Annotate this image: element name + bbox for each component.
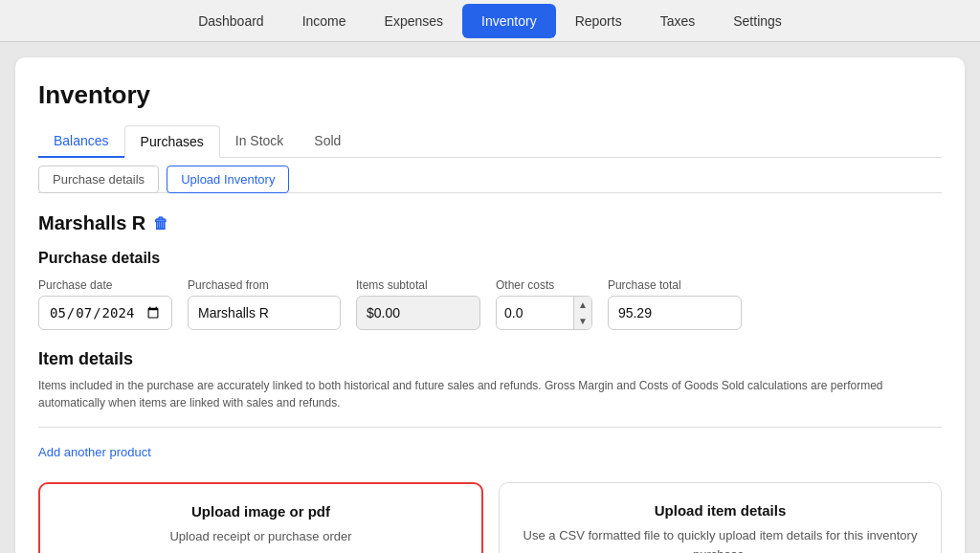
upload-image-pdf-title: Upload image or pdf <box>191 503 330 520</box>
field-group-purchase-date: Purchase date <box>38 278 172 330</box>
other-costs-spinner: ▲ ▼ <box>496 296 592 330</box>
purchased-from-input[interactable] <box>188 296 341 330</box>
field-group-purchased-from: Purchased from <box>188 278 341 330</box>
purchase-fields-row: Purchase date Purchased from Items subto… <box>38 278 942 330</box>
spinner-buttons: ▲ ▼ <box>573 297 591 329</box>
vendor-name: Marshalls R <box>38 212 145 234</box>
tab-balances[interactable]: Balances <box>38 125 124 158</box>
page-title: Inventory <box>38 80 942 110</box>
main-wrapper: Inventory Balances Purchases In Stock So… <box>0 42 980 553</box>
other-costs-input[interactable] <box>497 299 573 326</box>
upload-cards-row: Upload image or pdf Upload receipt or pu… <box>38 482 942 553</box>
nav-item-expenses[interactable]: Expenses <box>366 4 462 38</box>
tabs-row: Balances Purchases In Stock Sold <box>38 125 942 158</box>
spinner-up-btn[interactable]: ▲ <box>574 297 591 313</box>
item-details-description: Items included in the purchase are accur… <box>38 377 942 411</box>
tab-in-stock[interactable]: In Stock <box>220 125 300 158</box>
item-details-title: Item details <box>38 349 942 369</box>
nav-item-reports[interactable]: Reports <box>556 4 641 38</box>
items-subtotal-input <box>356 296 480 330</box>
nav-item-taxes[interactable]: Taxes <box>641 4 715 38</box>
top-navigation: Dashboard Income Expenses Inventory Repo… <box>0 0 980 42</box>
purchase-total-input[interactable] <box>608 296 742 330</box>
subtabs-row: Purchase details Upload Inventory <box>38 166 942 193</box>
upload-image-pdf-desc: Upload receipt or purchase order <box>169 527 351 546</box>
trash-icon[interactable]: 🗑 <box>153 215 168 232</box>
upload-image-pdf-card: Upload image or pdf Upload receipt or pu… <box>38 482 483 553</box>
add-another-product-link[interactable]: Add another product <box>38 445 151 459</box>
spinner-down-btn[interactable]: ▼ <box>574 313 591 329</box>
items-subtotal-label: Items subtotal <box>356 278 480 292</box>
purchased-from-label: Purchased from <box>188 278 341 292</box>
tab-purchases[interactable]: Purchases <box>124 125 220 158</box>
subtab-purchase-details[interactable]: Purchase details <box>38 166 159 193</box>
upload-item-details-title: Upload item details <box>655 502 787 519</box>
purchase-date-label: Purchase date <box>38 278 172 292</box>
section-divider <box>38 427 942 428</box>
vendor-heading: Marshalls R 🗑 <box>38 212 942 234</box>
nav-item-inventory[interactable]: Inventory <box>462 4 556 38</box>
field-group-items-subtotal: Items subtotal <box>356 278 480 330</box>
field-group-purchase-total: Purchase total <box>608 278 742 330</box>
tab-sold[interactable]: Sold <box>299 125 356 158</box>
main-card: Inventory Balances Purchases In Stock So… <box>15 57 965 553</box>
subtab-upload-inventory[interactable]: Upload Inventory <box>167 166 289 193</box>
other-costs-label: Other costs <box>496 278 592 292</box>
upload-item-details-desc: Use a CSV formatted file to quickly uplo… <box>519 526 922 553</box>
nav-item-settings[interactable]: Settings <box>714 4 801 38</box>
purchase-date-input[interactable] <box>38 296 172 330</box>
upload-item-details-card: Upload item details Use a CSV formatted … <box>499 482 942 553</box>
purchase-details-title: Purchase details <box>38 250 942 267</box>
field-group-other-costs: Other costs ▲ ▼ <box>496 278 592 330</box>
nav-item-income[interactable]: Income <box>283 4 366 38</box>
purchase-total-label: Purchase total <box>608 278 742 292</box>
nav-item-dashboard[interactable]: Dashboard <box>179 4 283 38</box>
